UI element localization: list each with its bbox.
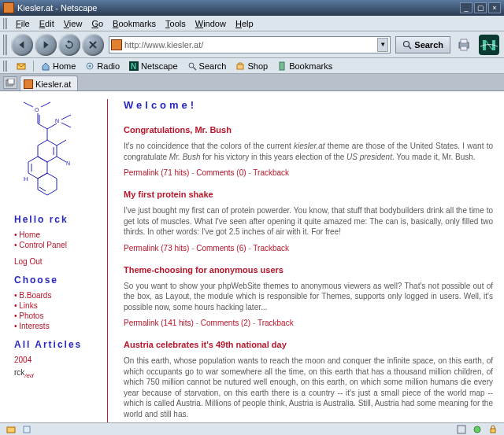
- post-body: I've just bought my first can of protein…: [124, 205, 493, 238]
- bm-label: Shop: [247, 61, 268, 71]
- status-bar: [0, 422, 504, 435]
- site-favicon: [111, 39, 122, 50]
- svg-text:N: N: [55, 118, 59, 123]
- netscape-throbber[interactable]: [477, 33, 501, 57]
- menu-bookmarks[interactable]: Bookmarks: [108, 17, 161, 30]
- status-popup-icon[interactable]: [454, 425, 469, 434]
- menu-help[interactable]: Help: [231, 17, 258, 30]
- svg-line-27: [57, 140, 66, 146]
- forward-button[interactable]: [35, 34, 57, 56]
- browser-viewport: H N N: [0, 91, 504, 422]
- menu-edit[interactable]: Edit: [35, 17, 59, 30]
- svg-point-44: [474, 426, 480, 433]
- toolbar-grip[interactable]: [3, 35, 8, 55]
- svg-rect-18: [8, 79, 14, 84]
- post-body: It's no coincidence that the colors of t…: [124, 141, 493, 162]
- sidebar-choose-head: Choose: [14, 275, 99, 286]
- bookmarks-icon: [277, 61, 287, 71]
- close-button[interactable]: ×: [488, 2, 501, 13]
- tab-active[interactable]: Kiesler.at: [20, 76, 78, 90]
- sidebar: H N N: [14, 99, 107, 422]
- sidebar-item-bboards[interactable]: B.Boards: [14, 290, 99, 300]
- shop-icon: [235, 61, 245, 71]
- comments-link[interactable]: Comments (0): [196, 168, 246, 177]
- url-input[interactable]: [124, 40, 377, 50]
- comments-link[interactable]: Comments (2): [201, 319, 250, 327]
- search-button[interactable]: Search: [395, 36, 450, 53]
- tab-label: Kiesler.at: [35, 79, 71, 89]
- status-mail-icon[interactable]: [3, 425, 19, 434]
- status-composer-icon[interactable]: [19, 425, 35, 434]
- svg-line-40: [41, 102, 50, 107]
- window-titlebar: Kiesler.at - Netscape _ ▢ ×: [0, 0, 504, 16]
- mail-icon: [17, 61, 26, 71]
- status-online-icon[interactable]: [469, 425, 485, 434]
- trackback-link[interactable]: Trackback: [253, 244, 289, 253]
- menu-file[interactable]: File: [11, 17, 35, 30]
- svg-text:O: O: [35, 107, 39, 112]
- sidebar-item-home[interactable]: Home: [14, 230, 99, 240]
- toolbar-grip[interactable]: [3, 18, 8, 29]
- main-column: Welcome! Congratulations, Mr. BushIt's n…: [108, 99, 493, 422]
- page-content[interactable]: H N N: [0, 91, 504, 422]
- comments-link[interactable]: Comments (6): [196, 244, 246, 253]
- svg-line-31: [38, 123, 47, 129]
- sidebar-rck: rck/ed: [14, 368, 99, 379]
- bm-bookmarks[interactable]: Bookmarks: [273, 60, 336, 72]
- sidebar-logout[interactable]: Log Out: [14, 256, 99, 267]
- svg-line-22: [39, 187, 46, 191]
- status-security-icon[interactable]: [485, 425, 501, 434]
- stop-button[interactable]: [82, 34, 104, 56]
- trackback-link[interactable]: Trackback: [253, 168, 289, 177]
- page-title: Welcome!: [124, 99, 493, 111]
- bm-netscape[interactable]: NNetscape: [125, 60, 181, 72]
- print-button[interactable]: [454, 35, 474, 55]
- bm-shop[interactable]: Shop: [232, 60, 272, 72]
- toolbar-grip[interactable]: [3, 61, 8, 72]
- post-title[interactable]: Congratulations, Mr. Bush: [124, 125, 493, 135]
- menu-window[interactable]: Window: [191, 17, 231, 30]
- bm-search[interactable]: Search: [183, 60, 231, 72]
- maximize-button[interactable]: ▢: [474, 2, 487, 13]
- bm-home[interactable]: Home: [37, 60, 80, 72]
- post-body: So you want to show your phpWebSite them…: [124, 281, 493, 313]
- svg-line-32: [47, 123, 57, 129]
- permalink-link[interactable]: Permalink (73 hits): [124, 244, 189, 253]
- sidebar-item-controlpanel[interactable]: Control Panel: [14, 240, 99, 250]
- permalink-link[interactable]: Permalink (71 hits): [124, 168, 189, 177]
- bm-mail[interactable]: [13, 60, 30, 72]
- url-bar[interactable]: ▼: [109, 36, 391, 53]
- sidebar-year[interactable]: 2004: [14, 355, 99, 365]
- trackback-link[interactable]: Trackback: [258, 319, 294, 327]
- url-dropdown-button[interactable]: ▼: [377, 38, 388, 52]
- new-tab-button[interactable]: [3, 76, 17, 89]
- svg-point-2: [404, 41, 410, 46]
- post: My first protein shakeI've just bought m…: [124, 190, 493, 253]
- back-button[interactable]: [11, 34, 33, 56]
- svg-line-3: [409, 46, 411, 49]
- svg-line-35: [61, 123, 71, 127]
- post-title[interactable]: Austria celebrates it's 49th national da…: [124, 340, 493, 349]
- post-title[interactable]: My first protein shake: [124, 190, 493, 199]
- permalink-link[interactable]: Permalink (141 hits): [124, 319, 194, 327]
- bm-radio[interactable]: Radio: [81, 60, 124, 72]
- menu-view[interactable]: View: [59, 17, 87, 30]
- sidebar-item-links[interactable]: Links: [14, 300, 99, 311]
- svg-rect-16: [280, 62, 284, 70]
- sidebar-item-photos[interactable]: Photos: [14, 311, 99, 321]
- post-title[interactable]: Theme-choosing for anonymous users: [124, 265, 493, 275]
- menu-bar: File Edit View Go Bookmarks Tools Window…: [0, 16, 504, 31]
- reload-button[interactable]: [58, 34, 80, 56]
- svg-rect-45: [491, 429, 495, 433]
- svg-marker-19: [38, 173, 57, 195]
- minimize-button[interactable]: _: [460, 2, 472, 13]
- post-meta: Permalink (141 hits) - Comments (2) - Tr…: [124, 319, 493, 327]
- svg-rect-6: [461, 46, 467, 50]
- netscape-icon: N: [129, 61, 139, 71]
- menu-tools[interactable]: Tools: [161, 17, 191, 30]
- navigation-toolbar: ▼ Search: [0, 31, 504, 58]
- svg-line-28: [57, 157, 66, 162]
- sidebar-item-interests[interactable]: Interests: [14, 321, 99, 331]
- svg-rect-43: [458, 426, 465, 433]
- menu-go[interactable]: Go: [87, 17, 108, 30]
